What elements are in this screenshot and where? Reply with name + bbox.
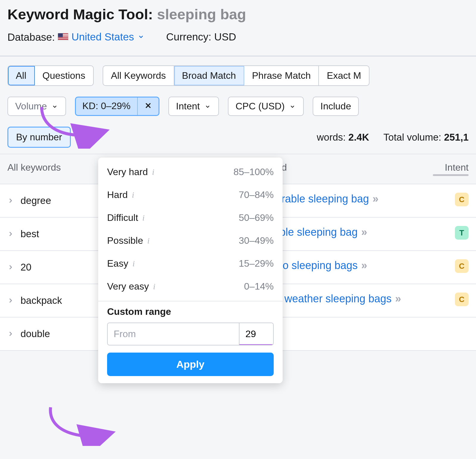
intent-cell: T: [428, 218, 476, 250]
database-value: United States: [71, 31, 134, 43]
double-chevron-icon: »: [372, 193, 379, 205]
info-icon: i: [152, 167, 154, 177]
page-title: Keyword Magic Tool: sleeping bag: [7, 6, 469, 23]
double-chevron-icon: »: [361, 259, 368, 271]
double-chevron-icon: »: [395, 293, 402, 305]
kd-option-range: 50–69%: [239, 212, 274, 223]
range-to-input[interactable]: [239, 323, 274, 345]
filter-cpc[interactable]: CPC (USD): [228, 97, 304, 116]
tab-broad-match[interactable]: Broad Match: [174, 66, 244, 85]
sort-by-number[interactable]: By number: [7, 127, 71, 148]
apply-button[interactable]: Apply: [107, 353, 274, 376]
chevron-right-icon: [7, 295, 14, 306]
database-block: Database: United States: [7, 31, 145, 43]
filter-kd-clear[interactable]: [138, 98, 159, 115]
tab-phrase-match[interactable]: Phrase Match: [244, 66, 319, 85]
info-icon: i: [132, 259, 135, 268]
filter-include-label: Include: [320, 101, 351, 112]
info-icon: i: [153, 282, 156, 291]
kd-option[interactable]: Very hard i85–100%: [98, 161, 283, 183]
keyword-cell: double sleeping bag»: [259, 218, 428, 250]
custom-range-title: Custom range: [107, 306, 274, 317]
match-type-tabs: All Keywords Broad Match Phrase Match Ex…: [103, 65, 369, 86]
kd-dropdown-panel: Very hard i85–100%Hard i70–84%Difficult …: [98, 158, 283, 383]
chevron-down-icon: [204, 101, 211, 112]
stat-total-volume: Total volume: 251,1: [383, 132, 469, 143]
keyword-cell: nemo sleeping bags»: [259, 251, 428, 284]
intent-cell: C: [428, 284, 476, 317]
kd-option-range: 0–14%: [244, 281, 274, 292]
chevron-down-icon: [137, 34, 145, 40]
currency-value: USD: [214, 31, 236, 43]
us-flag-icon: [58, 33, 68, 41]
dropdown-separator: [98, 301, 283, 301]
kd-option-range: 85–100%: [234, 166, 274, 177]
database-select[interactable]: United States: [58, 31, 145, 43]
kd-option-label: Easy: [107, 258, 128, 269]
tab-questions[interactable]: Questions: [35, 66, 93, 85]
stat-total-keywords: words: 2.4K: [317, 132, 369, 143]
sidebar-group-label: double: [21, 328, 50, 339]
intent-cell: [428, 317, 476, 350]
question-type-tabs: All Questions: [7, 65, 94, 86]
intent-badge: T: [455, 226, 469, 240]
info-icon: i: [142, 213, 145, 223]
keyword-cell: [259, 317, 428, 350]
range-from-input[interactable]: [108, 323, 239, 345]
keyword-cell: cold weather sleeping bags»: [259, 284, 428, 317]
sidebar-group-label: 20: [21, 262, 32, 273]
info-icon: i: [132, 190, 134, 200]
filter-volume[interactable]: Volume: [7, 97, 66, 116]
kd-option-label: Hard: [107, 189, 128, 200]
chevron-right-icon: [7, 262, 14, 273]
title-prefix: Keyword Magic Tool:: [7, 6, 153, 22]
intent-cell: C: [428, 251, 476, 284]
title-query: sleeping bag: [157, 6, 246, 22]
kd-option-label: Very easy: [107, 281, 149, 292]
chevron-down-icon: [289, 101, 296, 112]
currency-label: Currency:: [166, 31, 211, 43]
keyword-cell: wearable sleeping bag»: [259, 184, 428, 217]
kd-option[interactable]: Very easy i0–14%: [98, 275, 283, 298]
filter-include[interactable]: Include: [313, 97, 359, 116]
custom-range-inputs: [107, 323, 274, 345]
kd-option-label: Difficult: [107, 212, 138, 223]
database-label: Database:: [7, 31, 55, 43]
currency-block: Currency: USD: [166, 31, 236, 43]
intent-cell: C: [428, 184, 476, 217]
tab-exact-match[interactable]: Exact M: [319, 66, 369, 85]
filter-volume-label: Volume: [15, 101, 47, 112]
chevron-right-icon: [7, 195, 14, 206]
intent-badge: C: [455, 293, 469, 306]
kd-option[interactable]: Hard i70–84%: [98, 183, 283, 206]
filter-intent[interactable]: Intent: [168, 97, 219, 116]
kd-option-range: 30–49%: [239, 235, 274, 246]
sidebar-group-label: best: [21, 228, 39, 240]
intent-badge: C: [455, 259, 469, 273]
kd-option-label: Possible: [107, 235, 143, 246]
intent-badge: C: [455, 193, 469, 206]
kd-option[interactable]: Possible i30–49%: [98, 229, 283, 252]
column-sort-indicator: [433, 174, 469, 176]
column-keyword[interactable]: word: [266, 162, 421, 176]
chevron-down-icon: [51, 101, 58, 112]
chevron-right-icon: [7, 228, 14, 240]
sidebar-group-label: degree: [21, 195, 51, 206]
kd-option[interactable]: Difficult i50–69%: [98, 206, 283, 229]
filter-kd-button[interactable]: KD: 0–29%: [76, 98, 138, 115]
kd-option-range: 15–29%: [239, 258, 274, 269]
info-icon: i: [147, 236, 150, 246]
kd-option-range: 70–84%: [239, 189, 274, 200]
kd-option-label: Very hard: [107, 166, 148, 177]
tab-all[interactable]: All: [8, 66, 35, 85]
kd-option[interactable]: Easy i15–29%: [98, 252, 283, 275]
filter-kd-active: KD: 0–29%: [75, 97, 159, 116]
double-chevron-icon: »: [361, 226, 368, 238]
chevron-right-icon: [7, 328, 14, 339]
column-intent[interactable]: Intent: [421, 162, 469, 176]
annotation-arrow-icon: [42, 404, 119, 446]
filter-intent-label: Intent: [176, 101, 200, 112]
close-icon: [144, 101, 152, 112]
tab-all-keywords[interactable]: All Keywords: [103, 66, 174, 85]
filter-cpc-label: CPC (USD): [236, 101, 285, 112]
